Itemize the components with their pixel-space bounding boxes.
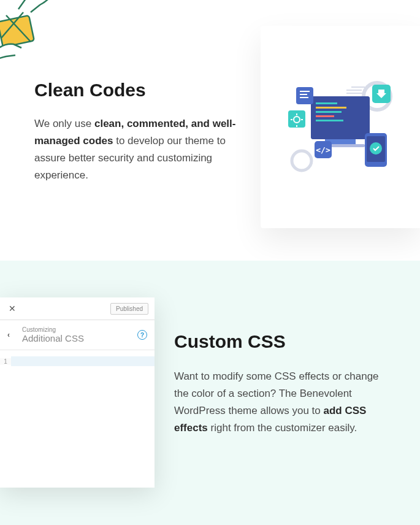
- custom-css-text: Custom CSS Want to modify some CSS effec…: [174, 331, 383, 437]
- panel-title: Additional CSS: [22, 333, 137, 343]
- svg-rect-13: [300, 91, 310, 92]
- svg-point-22: [370, 142, 382, 155]
- svg-text:</>: </>: [316, 145, 330, 155]
- clean-codes-section: Clean Codes We only use clean, commented…: [0, 0, 420, 261]
- para-text: right from the customizer easily.: [208, 422, 357, 434]
- close-icon[interactable]: ✕: [6, 302, 18, 315]
- code-illustration-card: </>: [261, 26, 420, 228]
- customizing-label: Customizing: [22, 326, 137, 333]
- published-button[interactable]: Published: [110, 303, 148, 315]
- help-icon[interactable]: ?: [137, 330, 147, 340]
- customizer-title-row: ‹ Customizing Additional CSS ?: [0, 320, 155, 350]
- svg-rect-14: [300, 94, 307, 95]
- custom-css-paragraph: Want to modify some CSS effects or chang…: [174, 368, 383, 437]
- back-arrow-icon[interactable]: ‹: [7, 331, 10, 339]
- custom-css-heading: Custom CSS: [174, 331, 383, 352]
- clean-codes-text: Clean Codes We only use clean, commented…: [0, 0, 245, 184]
- svg-rect-15: [300, 97, 308, 98]
- custom-css-section: ✕ Published ‹ Customizing Additional CSS…: [0, 261, 420, 525]
- customizer-panel-screenshot: ✕ Published ‹ Customizing Additional CSS…: [0, 297, 155, 488]
- svg-rect-5: [316, 102, 337, 104]
- svg-rect-9: [316, 120, 343, 121]
- editor-line-content[interactable]: [11, 356, 155, 366]
- svg-rect-7: [316, 111, 342, 113]
- svg-point-2: [292, 151, 311, 171]
- para-text: We only use: [34, 118, 94, 129]
- line-number: 1: [0, 358, 11, 365]
- panel-title-group: Customizing Additional CSS: [22, 326, 137, 343]
- css-editor[interactable]: 1: [0, 350, 155, 366]
- svg-rect-8: [316, 115, 334, 117]
- code-dev-illustration: </>: [279, 75, 402, 179]
- clean-codes-paragraph: We only use clean, commented, and well-m…: [34, 115, 245, 184]
- svg-rect-6: [316, 107, 346, 109]
- svg-rect-12: [296, 87, 313, 104]
- clean-codes-heading: Clean Codes: [34, 80, 245, 101]
- customizer-header: ✕ Published: [0, 297, 155, 320]
- editor-line: 1: [0, 356, 155, 366]
